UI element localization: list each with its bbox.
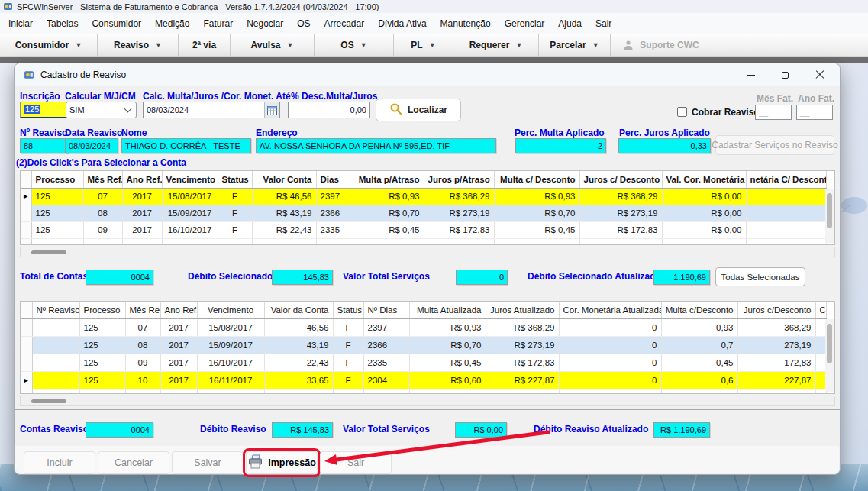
dialog-titlebar[interactable]: Cadastro de Reaviso bbox=[15, 63, 840, 86]
table-row[interactable]: ►12510201716/11/201733,65F2304R$ 0,60R$ … bbox=[21, 371, 827, 389]
perc-multa-field[interactable]: 2 bbox=[515, 138, 606, 153]
calc-ate-field[interactable]: 08/03/2024 bbox=[143, 102, 280, 118]
vertical-scrollbar[interactable] bbox=[825, 319, 834, 392]
toolbar-button-requerer[interactable]: Requerer▼ bbox=[453, 34, 539, 56]
endereco-field[interactable]: AV. NOSSA SENHORA DA PENHA Nº 595,ED. TI… bbox=[256, 138, 496, 153]
toolbar-button-os[interactable]: OS▼ bbox=[315, 34, 394, 56]
scrollbar-thumb[interactable] bbox=[827, 193, 832, 228]
button-label: Salvar bbox=[194, 457, 221, 468]
toolbar-button-label: Requerer bbox=[469, 40, 510, 50]
table-row[interactable]: 12508201715/09/2017FR$ 43,192366R$ 0,70R… bbox=[21, 205, 827, 221]
toolbar-button-reaviso[interactable]: Reaviso▼ bbox=[98, 34, 179, 56]
chevron-down-icon: ▼ bbox=[515, 41, 522, 49]
double-click-hint: (2)Dois Click's Para Selecionar a Conta bbox=[16, 157, 186, 168]
salvar-button[interactable]: Salvar bbox=[172, 451, 244, 474]
cell: 0,45 bbox=[661, 354, 737, 371]
menu-item-tabelas[interactable]: Tabelas bbox=[40, 18, 85, 29]
cell bbox=[746, 188, 827, 205]
dialog-icon bbox=[24, 69, 34, 80]
button-label: Impressão bbox=[268, 457, 316, 468]
table-row[interactable]: 12508201715/09/201743,19F2366R$ 0,70R$ 2… bbox=[21, 336, 827, 354]
horizontal-scrollbar[interactable] bbox=[20, 396, 835, 406]
perc-juros-field[interactable]: 0,33 bbox=[618, 138, 711, 153]
column-header-valor-da-conta: Valor da Conta bbox=[264, 302, 333, 318]
cobrar-reaviso-checkbox[interactable] bbox=[677, 107, 687, 117]
cell bbox=[746, 221, 827, 238]
row-marker-cell bbox=[21, 205, 31, 221]
cell: R$ 368,29 bbox=[486, 318, 559, 336]
cell: 15/09/2017 bbox=[197, 336, 264, 354]
menu-item-d-vida-ativa[interactable]: Dívida Ativa bbox=[371, 18, 433, 29]
menu-item-medi-o[interactable]: Medição bbox=[148, 18, 196, 29]
desc-multa-juros-field[interactable]: 0,00 bbox=[288, 102, 370, 118]
table-row[interactable]: 12509201716/10/201722,43F2335R$ 0,45R$ 1… bbox=[21, 354, 827, 371]
column-header-valor-conta: Valor Conta bbox=[252, 171, 316, 188]
mes-fat-field[interactable]: __ bbox=[755, 105, 792, 120]
cell: 0,6 bbox=[661, 371, 737, 389]
menu-item-negociar[interactable]: Negociar bbox=[240, 18, 290, 29]
nome-field[interactable]: THIAGO D. CORRÊA - TESTE bbox=[121, 138, 251, 153]
cell: R$ 273,19 bbox=[486, 336, 559, 354]
toolbar-button-pl[interactable]: PL▼ bbox=[394, 34, 453, 56]
table-row[interactable]: 12509201716/10/2017FR$ 22,432335R$ 0,45R… bbox=[21, 221, 827, 238]
desc-multa-juros-label: % Desc.Multa/Juros bbox=[291, 91, 377, 102]
inscricao-field[interactable]: 125 bbox=[20, 102, 70, 118]
cell: 10 bbox=[125, 371, 160, 389]
sair-button[interactable]: Sair bbox=[320, 451, 392, 474]
debito-selecionado-value: 145,83 bbox=[272, 270, 333, 285]
menu-item-sair[interactable]: Sair bbox=[589, 18, 618, 29]
table-row[interactable]: 12507201715/08/201746,56F2397R$ 0,93R$ 3… bbox=[21, 318, 827, 336]
toolbar-button-avulsa[interactable]: Avulsa▼ bbox=[231, 34, 315, 56]
cell: R$ 227,87 bbox=[486, 371, 559, 389]
menu-item-consumidor[interactable]: Consumidor bbox=[85, 18, 148, 29]
cell: 2017 bbox=[160, 371, 197, 389]
chevron-down-icon: ▼ bbox=[360, 41, 367, 49]
toolbar-button-consumidor[interactable]: Consumidor▼ bbox=[0, 34, 98, 56]
cell bbox=[32, 371, 79, 389]
column-header-multa-c-desconto: Multa c/Desconto bbox=[661, 302, 737, 318]
cell: R$ 0,93 bbox=[347, 188, 424, 205]
cancelar-button[interactable]: Cancelar bbox=[98, 451, 169, 474]
minimize-button[interactable] bbox=[734, 63, 768, 86]
n-reaviso-label: Nº Reaviso bbox=[20, 128, 67, 138]
menu-item-ajuda[interactable]: Ajuda bbox=[551, 18, 589, 29]
maximize-button[interactable] bbox=[768, 63, 802, 86]
menu-item-faturar[interactable]: Faturar bbox=[196, 18, 240, 29]
calcular-select[interactable]: SIM bbox=[66, 102, 137, 118]
column-header-processo: Processo bbox=[79, 302, 125, 318]
scrollbar-thumb[interactable] bbox=[31, 399, 66, 403]
cell: 125 bbox=[31, 221, 83, 238]
cell bbox=[32, 354, 79, 371]
chevron-down-icon bbox=[124, 105, 132, 112]
app-icon bbox=[3, 2, 13, 11]
cell: 125 bbox=[31, 205, 83, 221]
cell: 08 bbox=[125, 336, 160, 354]
ano-fat-field[interactable]: __ bbox=[796, 105, 833, 120]
n-reaviso-field[interactable]: 88 bbox=[20, 138, 68, 153]
localizar-button[interactable]: Localizar bbox=[376, 99, 461, 121]
data-reaviso-field[interactable]: 08/03/2024 bbox=[65, 138, 118, 153]
todas-selecionadas-button[interactable]: Todas Selecionadas bbox=[715, 267, 805, 286]
column-header-m-s-ref: Mês Ref. bbox=[83, 171, 122, 188]
menu-item-arrecadar[interactable]: Arrecadar bbox=[318, 18, 372, 29]
menu-item-manuten-o[interactable]: Manutenção bbox=[434, 18, 498, 29]
incluir-button[interactable]: Incluir bbox=[24, 451, 95, 474]
impress-o-button[interactable]: Impressão bbox=[246, 451, 318, 474]
toolbar-button-2-via[interactable]: 2ª via bbox=[179, 34, 231, 56]
menu-item-os[interactable]: OS bbox=[290, 18, 317, 29]
menu-item-iniciar[interactable]: Iniciar bbox=[2, 18, 40, 29]
scrollbar-thumb[interactable] bbox=[827, 324, 832, 363]
column-header-ano-ref: Ano Ref. bbox=[160, 302, 197, 318]
horizontal-scrollbar[interactable] bbox=[20, 247, 835, 257]
calendar-icon[interactable] bbox=[264, 102, 279, 118]
toolbar-button-suporte-cwc[interactable]: Suporte CWC bbox=[611, 34, 712, 56]
table-row[interactable]: ►12507201715/08/2017FR$ 46,562397R$ 0,93… bbox=[21, 188, 827, 205]
toolbar-button-parcelar[interactable]: Parcelar▼ bbox=[539, 34, 611, 56]
separator-line bbox=[15, 260, 840, 260]
scrollbar-thumb[interactable] bbox=[31, 250, 66, 254]
vertical-scrollbar[interactable] bbox=[825, 189, 834, 243]
cadastrar-servicos-button[interactable]: Cadastrar Serviços no Reaviso bbox=[715, 135, 834, 155]
close-button[interactable] bbox=[802, 63, 837, 86]
menu-item-gerenciar[interactable]: Gerenciar bbox=[498, 18, 552, 29]
cell: 0,7 bbox=[661, 336, 737, 354]
